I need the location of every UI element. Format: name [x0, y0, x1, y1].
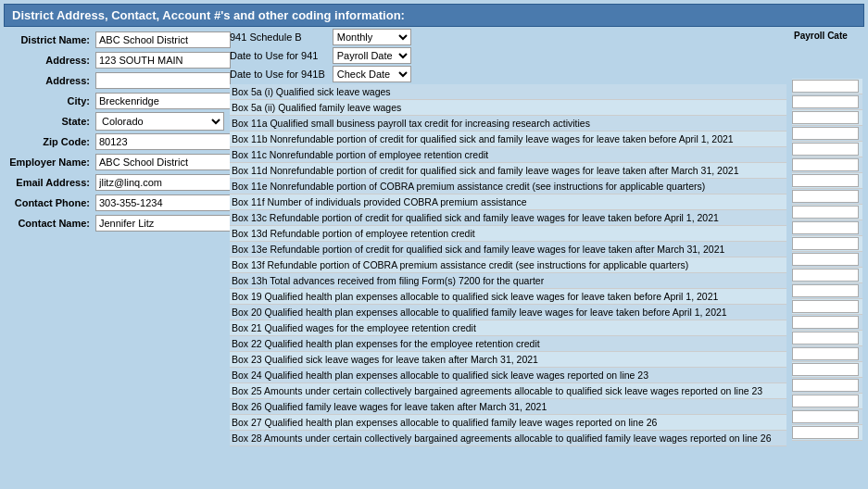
field-row-email: Email Address: — [6, 173, 224, 192]
box-text: Box 27 Qualified health plan expenses al… — [230, 417, 786, 428]
field-row-contact-name: Contact Name: — [6, 214, 224, 232]
input-city[interactable] — [95, 93, 231, 109]
box-text: Box 26 Qualified family leave wages for … — [230, 401, 786, 412]
label-address1: Address: — [6, 55, 94, 66]
box-text: Box 21 Qualified wages for the employee … — [230, 322, 786, 333]
label-employer-name: Employer Name: — [6, 157, 94, 168]
right-input-11[interactable] — [792, 253, 859, 266]
schedule-select-date-941b[interactable]: Check DatePayroll Date — [333, 66, 411, 82]
box-text: Box 13d Refundable portion of employee r… — [230, 228, 786, 239]
right-input-16[interactable] — [792, 332, 859, 345]
right-input-13[interactable] — [792, 284, 859, 297]
right-input-8[interactable] — [792, 206, 859, 219]
field-row-address2: Address: — [6, 71, 224, 90]
right-input-20[interactable] — [792, 395, 859, 408]
schedule-label-2: Date to Use for 941B — [230, 66, 325, 82]
box-row: Box 11d Nonrefundable portion of credit … — [230, 163, 786, 179]
box-text: Box 28 Amounts under certain collectivel… — [230, 433, 786, 444]
right-input-14[interactable] — [792, 300, 859, 313]
middle-panel: 941 Schedule BDate to Use for 941Date to… — [226, 27, 790, 448]
box-row: Box 13d Refundable portion of employee r… — [230, 226, 786, 242]
right-input-row — [792, 346, 862, 362]
right-input-1[interactable] — [792, 95, 859, 108]
right-input-row — [792, 236, 862, 252]
input-district-name[interactable] — [95, 31, 231, 48]
box-row: Box 21 Qualified wages for the employee … — [230, 320, 786, 336]
box-row: Box 11f Number of individuals provided C… — [230, 194, 786, 210]
right-input-3[interactable] — [792, 127, 859, 140]
box-list: Box 5a (i) Qualified sick leave wagesBox… — [230, 84, 786, 446]
box-row: Box 23 Qualified sick leave wages for le… — [230, 352, 786, 368]
right-input-4[interactable] — [792, 143, 859, 156]
right-input-row — [792, 110, 862, 126]
right-input-row — [792, 126, 862, 142]
input-address1[interactable] — [95, 52, 231, 69]
input-email[interactable] — [95, 174, 231, 191]
right-input-9[interactable] — [792, 221, 859, 234]
schedule-selects-col: MonthlySemi-weeklyDailyPayroll DateCheck… — [333, 29, 411, 82]
box-text: Box 13h Total advances received from fil… — [230, 275, 786, 286]
box-row: Box 11a Qualified small business payroll… — [230, 116, 786, 132]
right-input-15[interactable] — [792, 316, 859, 329]
right-input-row — [792, 331, 862, 346]
right-input-10[interactable] — [792, 237, 859, 250]
right-input-row — [792, 142, 862, 157]
label-city: City: — [6, 95, 94, 107]
box-row: Box 26 Qualified family leave wages for … — [230, 399, 786, 415]
schedule-select-date-941[interactable]: Payroll DateCheck Date — [333, 47, 411, 64]
label-zip: Zip Code: — [6, 136, 94, 147]
box-row: Box 11e Nonrefundable portion of COBRA p… — [230, 179, 786, 194]
input-address2[interactable] — [95, 72, 231, 89]
label-email: Email Address: — [6, 177, 94, 188]
right-input-row — [792, 205, 862, 220]
right-input-18[interactable] — [792, 363, 859, 376]
payroll-cate-label: Payroll Cate — [792, 29, 862, 43]
schedule-section: 941 Schedule BDate to Use for 941Date to… — [230, 29, 786, 82]
right-input-19[interactable] — [792, 379, 859, 392]
input-phone[interactable] — [95, 194, 231, 211]
right-input-5[interactable] — [792, 158, 859, 171]
right-input-22[interactable] — [792, 426, 859, 439]
box-text: Box 24 Qualified health plan expenses al… — [230, 370, 786, 381]
schedule-select-schedule-b[interactable]: MonthlySemi-weeklyDaily — [333, 29, 411, 45]
box-text: Box 11a Qualified small business payroll… — [230, 118, 786, 129]
box-text: Box 13e Refundable portion of credit for… — [230, 244, 786, 255]
page-title: District Address, Contact, Account #'s a… — [4, 4, 864, 27]
field-row-district-name: District Name: — [6, 31, 224, 49]
right-input-6[interactable] — [792, 174, 859, 187]
right-input-row — [792, 220, 862, 236]
right-input-2[interactable] — [792, 111, 859, 124]
input-contact-name[interactable] — [95, 215, 231, 232]
box-text: Box 13c Refundable portion of credit for… — [230, 212, 786, 223]
right-input-12[interactable] — [792, 269, 859, 282]
field-row-zip: Zip Code: — [6, 132, 224, 151]
box-row: Box 22 Qualified health plan expenses fo… — [230, 336, 786, 352]
box-text: Box 11f Number of individuals provided C… — [230, 196, 786, 207]
right-input-17[interactable] — [792, 347, 859, 360]
right-input-row — [792, 315, 862, 331]
box-row: Box 11b Nonrefundable portion of credit … — [230, 132, 786, 147]
main-content: District Name:Address:Address:City:State… — [4, 27, 864, 448]
select-state[interactable]: Colorado — [95, 112, 224, 131]
schedule-label-1: Date to Use for 941 — [230, 47, 325, 64]
right-input-21[interactable] — [792, 410, 859, 423]
box-row: Box 13e Refundable portion of credit for… — [230, 242, 786, 257]
box-row: Box 19 Qualified health plan expenses al… — [230, 289, 786, 305]
box-text: Box 11b Nonrefundable portion of credit … — [230, 133, 786, 144]
box-row: Box 28 Amounts under certain collectivel… — [230, 431, 786, 446]
right-input-row — [792, 157, 862, 173]
input-zip[interactable] — [95, 133, 231, 150]
box-text: Box 11d Nonrefundable portion of credit … — [230, 165, 786, 176]
right-input-row — [792, 189, 862, 205]
right-input-row — [792, 79, 862, 94]
right-input-0[interactable] — [792, 80, 859, 93]
right-input-row — [792, 94, 862, 110]
right-input-row — [792, 362, 862, 378]
input-employer-name[interactable] — [95, 154, 231, 170]
label-phone: Contact Phone: — [6, 197, 94, 208]
right-input-row — [792, 283, 862, 299]
right-input-7[interactable] — [792, 190, 859, 203]
box-text: Box 5a (i) Qualified sick leave wages — [230, 86, 786, 97]
field-row-phone: Contact Phone: — [6, 194, 224, 212]
box-row: Box 5a (ii) Qualified family leave wages — [230, 100, 786, 116]
